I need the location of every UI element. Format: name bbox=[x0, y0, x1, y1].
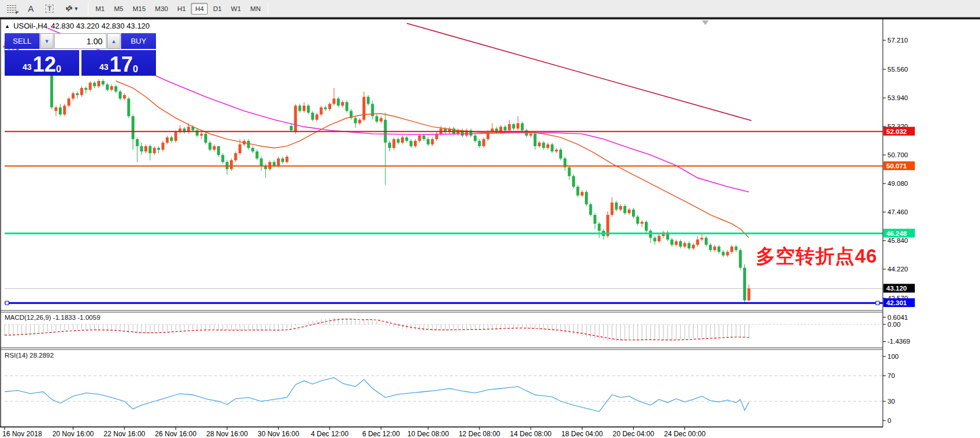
ohlc-values: 42.830 43.220 42.830 43.120 bbox=[51, 22, 150, 30]
sell-price-prefix: 43 bbox=[23, 62, 32, 72]
hline-handle bbox=[876, 301, 879, 305]
svg-text:55.560: 55.560 bbox=[887, 66, 908, 73]
fibonacci-lines-icon: F bbox=[7, 5, 17, 13]
svg-text:0: 0 bbox=[887, 417, 891, 424]
rsi-line bbox=[5, 377, 749, 411]
svg-text:47.460: 47.460 bbox=[887, 209, 908, 216]
candles-layer bbox=[3, 40, 751, 303]
timeframe-button-M30[interactable]: M30 bbox=[151, 3, 172, 15]
quote-header: ▲ USOil-,H4 42.830 43.220 42.830 43.120 bbox=[5, 22, 150, 30]
volume-increase-button[interactable]: ▲ bbox=[107, 33, 120, 49]
chevron-down-icon: ▼ bbox=[73, 6, 79, 12]
trendline-layer bbox=[407, 23, 751, 121]
collapse-triangle-icon[interactable]: ▲ bbox=[5, 23, 10, 29]
mt4-window: 57.21055.56053.94052.32050.70049.08047.4… bbox=[0, 0, 980, 438]
sell-button[interactable]: SELL bbox=[5, 33, 40, 49]
svg-text:30 Nov 16:00: 30 Nov 16:00 bbox=[258, 430, 300, 438]
svg-text:20 Nov 16:00: 20 Nov 16:00 bbox=[52, 430, 94, 438]
svg-text:18 Dec 04:00: 18 Dec 04:00 bbox=[562, 430, 603, 438]
shift-marker bbox=[702, 20, 709, 25]
letter-a-icon: A bbox=[28, 3, 34, 13]
sell-price-sup: 0 bbox=[56, 64, 61, 75]
svg-text:26 Nov 16:00: 26 Nov 16:00 bbox=[155, 430, 197, 438]
svg-text:28 Nov 16:00: 28 Nov 16:00 bbox=[207, 430, 248, 438]
timeframe-button-M15[interactable]: M15 bbox=[129, 3, 150, 15]
hline-handle bbox=[5, 301, 9, 305]
svg-text:70: 70 bbox=[887, 372, 895, 379]
volume-input[interactable] bbox=[55, 34, 106, 48]
volume-decrease-button[interactable]: ▼ bbox=[40, 33, 54, 49]
svg-text:4 Dec 12:00: 4 Dec 12:00 bbox=[311, 430, 349, 438]
timeframe-button-MN[interactable]: MN bbox=[246, 3, 265, 15]
svg-text:100: 100 bbox=[887, 353, 899, 360]
svg-text:57.210: 57.210 bbox=[887, 37, 908, 44]
buy-price-sup: 0 bbox=[133, 64, 138, 75]
buy-price-tile[interactable]: 43 17 0 bbox=[81, 50, 156, 76]
rsi-panel: 10070300 bbox=[5, 353, 899, 424]
arrows-tool-button[interactable]: ⇵ ▼ bbox=[59, 2, 85, 16]
price-axis[interactable]: 57.21055.56053.94052.32050.70049.08047.4… bbox=[883, 37, 915, 307]
svg-text:44.220: 44.220 bbox=[887, 266, 908, 273]
svg-text:0.6041: 0.6041 bbox=[887, 314, 908, 321]
timeframe-bar: M1M5M15M30H1H4D1W1MN bbox=[91, 3, 265, 15]
horizontal-lines-layer bbox=[5, 132, 883, 305]
chart-shift-triangle-icon bbox=[702, 20, 709, 25]
svg-text:0.00: 0.00 bbox=[887, 321, 900, 328]
arrows-icon: ⇵ bbox=[63, 3, 74, 13]
text-label-tool-button[interactable]: A bbox=[22, 2, 40, 16]
toolbar-separator bbox=[88, 2, 88, 15]
symbol-label: USOil-,H4 bbox=[13, 22, 48, 30]
svg-text:30: 30 bbox=[887, 398, 895, 405]
svg-text:10 Dec 08:00: 10 Dec 08:00 bbox=[407, 430, 449, 438]
svg-text:53.940: 53.940 bbox=[887, 94, 908, 101]
svg-text:46.248: 46.248 bbox=[886, 230, 907, 237]
svg-text:6 Dec 12:00: 6 Dec 12:00 bbox=[362, 430, 400, 438]
svg-text:24 Dec 00:00: 24 Dec 00:00 bbox=[664, 430, 706, 438]
buy-button[interactable]: BUY bbox=[121, 33, 156, 49]
timeframe-button-D1[interactable]: D1 bbox=[209, 3, 226, 15]
svg-text:12 Dec 08:00: 12 Dec 08:00 bbox=[459, 430, 500, 438]
timeframe-button-M5[interactable]: M5 bbox=[110, 3, 127, 15]
text-box-icon: T bbox=[45, 5, 54, 13]
svg-text:16 Nov 2018: 16 Nov 2018 bbox=[2, 430, 42, 438]
svg-text:52.032: 52.032 bbox=[886, 128, 907, 135]
sell-price-tile[interactable]: 43 12 0 bbox=[5, 50, 79, 76]
time-axis[interactable]: 16 Nov 201820 Nov 16:0022 Nov 16:0026 No… bbox=[2, 427, 706, 438]
text-box-tool-button[interactable]: T bbox=[41, 2, 58, 16]
spinner-down-icon: ▼ bbox=[44, 38, 49, 44]
descending-trendline[interactable] bbox=[407, 23, 751, 121]
chart-text-annotation[interactable]: 多空转折点46 bbox=[756, 246, 878, 266]
volume-field-wrap bbox=[54, 33, 106, 49]
svg-text:20 Dec 04:00: 20 Dec 04:00 bbox=[613, 430, 655, 438]
svg-text:22 Nov 16:00: 22 Nov 16:00 bbox=[104, 430, 145, 438]
svg-text:45.840: 45.840 bbox=[887, 237, 908, 244]
toolbar: F A T ⇵ ▼ M1M5M15M30H1H4D1W1MN bbox=[0, 0, 980, 17]
svg-text:14 Dec 08:00: 14 Dec 08:00 bbox=[510, 430, 552, 438]
ma-fast-orange-line bbox=[116, 81, 749, 238]
spinner-up-icon: ▲ bbox=[111, 38, 116, 44]
toolbar-separator bbox=[268, 2, 268, 15]
svg-text:50.071: 50.071 bbox=[886, 163, 907, 169]
macd-panel: 0.60410.00-1.4369 bbox=[5, 314, 910, 345]
timeframe-button-H1[interactable]: H1 bbox=[173, 3, 190, 15]
one-click-trading-panel: SELL ▼ ▲ BUY 43 12 0 43 17 0 bbox=[5, 33, 156, 76]
timeframe-button-W1[interactable]: W1 bbox=[227, 3, 245, 15]
ma-fast bbox=[116, 81, 749, 238]
svg-text:50.700: 50.700 bbox=[887, 151, 908, 158]
buy-price-prefix: 43 bbox=[100, 62, 109, 72]
macd-indicator-label: MACD(12,26,9) -1.1833 -1.0059 bbox=[5, 314, 100, 321]
sell-price-big: 12 bbox=[33, 55, 56, 75]
svg-text:42.301: 42.301 bbox=[886, 299, 907, 306]
timeframe-button-M1[interactable]: M1 bbox=[91, 3, 109, 15]
chart-frame bbox=[0, 19, 980, 428]
svg-text:43.120: 43.120 bbox=[886, 285, 907, 292]
svg-text:-1.4369: -1.4369 bbox=[887, 338, 910, 345]
svg-text:49.080: 49.080 bbox=[887, 180, 908, 187]
fibonacci-tool-button[interactable]: F bbox=[3, 2, 21, 16]
timeframe-button-H4[interactable]: H4 bbox=[191, 3, 208, 15]
buy-price-big: 17 bbox=[109, 55, 133, 75]
rsi-indicator-label: RSI(14) 28.2892 bbox=[5, 352, 54, 359]
